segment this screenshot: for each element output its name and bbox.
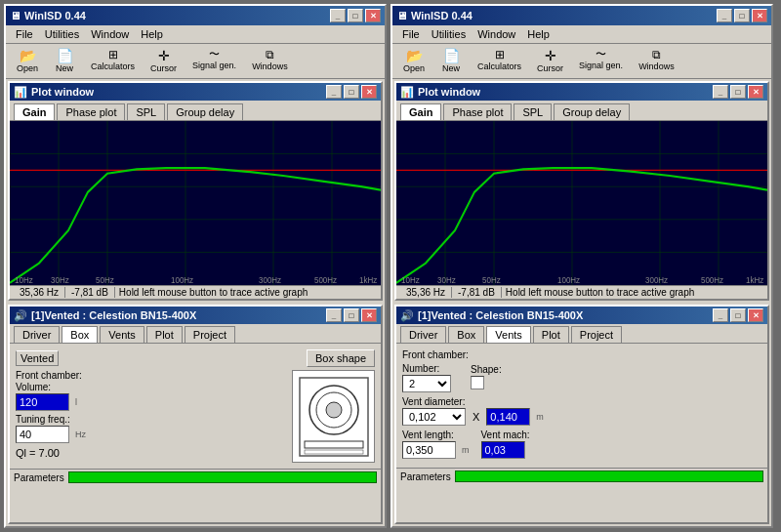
left-close-btn[interactable]: ✕ xyxy=(365,9,381,22)
right-sub-close[interactable]: ✕ xyxy=(748,308,763,322)
right-tab-phase[interactable]: Phase plot xyxy=(443,103,512,120)
left-plot-title-bar: 📊 Plot window _ □ ✕ xyxy=(10,83,381,101)
siggen-label: Signal gen. xyxy=(192,61,236,70)
right-vent-len-unit: m xyxy=(462,445,470,455)
left-sub-title-bar: 🔊 [1]Vented : Celestion BN15-400X _ □ ✕ xyxy=(10,307,381,324)
right-plot-svg: 10Hz 30Hz 50Hz 100Hz 300Hz 500Hz 1kHz xyxy=(396,121,767,285)
left-sub-max[interactable]: □ xyxy=(344,308,359,322)
left-plot-title: Plot window xyxy=(31,86,94,98)
right-subtab-project[interactable]: Project xyxy=(571,326,622,343)
left-tuning-unit: Hz xyxy=(75,430,86,439)
left-menu-utilities[interactable]: Utilities xyxy=(39,27,85,41)
right-toolbar: 📂 Open 📄 New ⊞ Calculators ✛ Cursor 〜 Si… xyxy=(392,44,771,79)
left-tab-groupdelay[interactable]: Group delay xyxy=(167,103,243,120)
right-menu-bar: File Utilities Window Help xyxy=(392,25,771,44)
left-subtab-box[interactable]: Box xyxy=(62,326,98,343)
right-vent-len-input[interactable] xyxy=(402,441,456,459)
right-siggen-btn[interactable]: 〜 Signal gen. xyxy=(572,46,630,76)
left-menu-help[interactable]: Help xyxy=(135,27,169,41)
right-menu-window[interactable]: Window xyxy=(472,27,521,41)
left-status-bar: Parameters xyxy=(10,469,381,485)
left-menu-window[interactable]: Window xyxy=(85,27,135,41)
left-subtab-vents[interactable]: Vents xyxy=(100,326,144,343)
right-new-btn[interactable]: 📄 New xyxy=(433,46,469,76)
right-cursor-btn[interactable]: ✛ Cursor xyxy=(530,46,570,76)
left-menu-file[interactable]: File xyxy=(10,27,39,41)
right-title-bar: 🖥 WinISD 0.44 _ □ ✕ xyxy=(392,6,771,25)
svg-text:500Hz: 500Hz xyxy=(701,274,723,285)
right-tab-gain[interactable]: Gain xyxy=(400,103,441,120)
right-subtab-vents[interactable]: Vents xyxy=(486,326,531,343)
right-tab-groupdelay[interactable]: Group delay xyxy=(554,103,630,120)
left-siggen-btn[interactable]: 〜 Signal gen. xyxy=(185,46,243,76)
left-subtab-plot[interactable]: Plot xyxy=(146,326,183,343)
right-sub-min[interactable]: _ xyxy=(713,308,728,322)
left-plot-area[interactable]: 10Hz 30Hz 50Hz 100Hz 300Hz 500Hz 1kHz xyxy=(10,121,381,285)
left-sub-content: Vented Box shape Front chamber: Volume: … xyxy=(10,344,381,469)
right-open-btn[interactable]: 📂 Open xyxy=(396,46,432,76)
right-maximize-btn[interactable]: □ xyxy=(734,9,750,22)
right-plot-max[interactable]: □ xyxy=(730,85,746,99)
left-plot-max[interactable]: □ xyxy=(344,85,359,99)
left-tab-gain[interactable]: Gain xyxy=(14,103,55,120)
left-minimize-btn[interactable]: _ xyxy=(330,9,346,22)
svg-text:1kHz: 1kHz xyxy=(746,274,763,285)
right-windows-btn[interactable]: ⧉ Windows xyxy=(632,46,681,76)
left-maximize-btn[interactable]: □ xyxy=(348,9,363,22)
left-title-bar: 🖥 WinISD 0.44 _ □ ✕ xyxy=(6,6,385,25)
right-minimize-btn[interactable]: _ xyxy=(717,9,732,22)
cursor-label: Cursor xyxy=(150,63,177,73)
left-plot-status: 35,36 Hz -7,81 dB Hold left mouse button… xyxy=(10,285,381,299)
right-tab-spl[interactable]: SPL xyxy=(514,103,552,120)
right-plot-close[interactable]: ✕ xyxy=(748,85,763,99)
right-plot-area[interactable]: 10Hz 30Hz 50Hz 100Hz 300Hz 500Hz 1kHz xyxy=(396,121,767,285)
right-status-msg: Hold left mouse button to trace active g… xyxy=(502,287,763,298)
right-vent-d-input[interactable] xyxy=(486,408,530,426)
right-calc-label: Calculators xyxy=(477,61,521,71)
right-calc-icon: ⊞ xyxy=(495,49,505,61)
left-sub-close[interactable]: ✕ xyxy=(361,308,377,322)
left-new-btn[interactable]: 📄 New xyxy=(47,46,82,76)
right-plot-min[interactable]: _ xyxy=(713,85,728,99)
right-shape-checkbox[interactable] xyxy=(471,376,484,389)
right-plot-tabs: Gain Phase plot SPL Group delay xyxy=(396,101,767,121)
right-menu-utilities[interactable]: Utilities xyxy=(426,27,472,41)
right-status-bar: Parameters xyxy=(396,468,767,484)
right-calc-btn[interactable]: ⊞ Calculators xyxy=(471,46,528,76)
right-number-select[interactable]: 2 1 3 4 xyxy=(402,375,451,392)
right-menu-file[interactable]: File xyxy=(396,27,426,41)
right-open-label: Open xyxy=(403,63,425,73)
svg-text:10Hz: 10Hz xyxy=(401,274,420,285)
right-vent-mach-input[interactable] xyxy=(481,441,525,459)
left-box-shape-btn[interactable]: Box shape xyxy=(307,349,375,367)
left-sub-min[interactable]: _ xyxy=(326,308,342,322)
left-plot-tabs: Gain Phase plot SPL Group delay xyxy=(10,101,381,121)
right-vent-diam-select[interactable]: 0,102 0,050 0,075 0,152 xyxy=(402,408,466,426)
left-windows-btn[interactable]: ⧉ Windows xyxy=(245,46,295,76)
right-menu-help[interactable]: Help xyxy=(521,27,555,41)
left-tuning-input[interactable] xyxy=(16,426,69,443)
left-tab-spl[interactable]: SPL xyxy=(127,103,165,120)
right-new-icon: 📄 xyxy=(443,49,460,62)
left-plot-close[interactable]: ✕ xyxy=(361,85,377,99)
left-volume-input[interactable] xyxy=(16,393,69,411)
left-plot-min[interactable]: _ xyxy=(326,85,342,99)
left-subtab-driver[interactable]: Driver xyxy=(14,326,60,343)
right-front-chamber-label: Front chamber: xyxy=(402,349,761,360)
right-app-window: 🖥 WinISD 0.44 _ □ ✕ File Utilities Windo… xyxy=(390,4,773,528)
right-status-green xyxy=(455,471,763,482)
right-vent-mach-label: Vent mach: xyxy=(481,430,530,440)
right-sub-max[interactable]: □ xyxy=(730,308,746,322)
left-open-btn[interactable]: 📂 Open xyxy=(10,46,45,76)
right-subtab-plot[interactable]: Plot xyxy=(533,326,569,343)
right-status-db: -7,81 dB xyxy=(452,287,502,298)
right-close-btn[interactable]: ✕ xyxy=(752,9,767,22)
left-qi-label: Ql = 7.00 xyxy=(16,447,86,459)
left-app-window: 🖥 WinISD 0.44 _ □ ✕ File Utilities Windo… xyxy=(4,4,387,528)
left-subtab-project[interactable]: Project xyxy=(185,326,235,343)
left-calc-btn[interactable]: ⊞ Calculators xyxy=(84,46,142,76)
right-subtab-driver[interactable]: Driver xyxy=(400,326,446,343)
left-cursor-btn[interactable]: ✛ Cursor xyxy=(144,46,184,76)
right-subtab-box[interactable]: Box xyxy=(448,326,484,343)
left-tab-phase[interactable]: Phase plot xyxy=(57,103,125,120)
